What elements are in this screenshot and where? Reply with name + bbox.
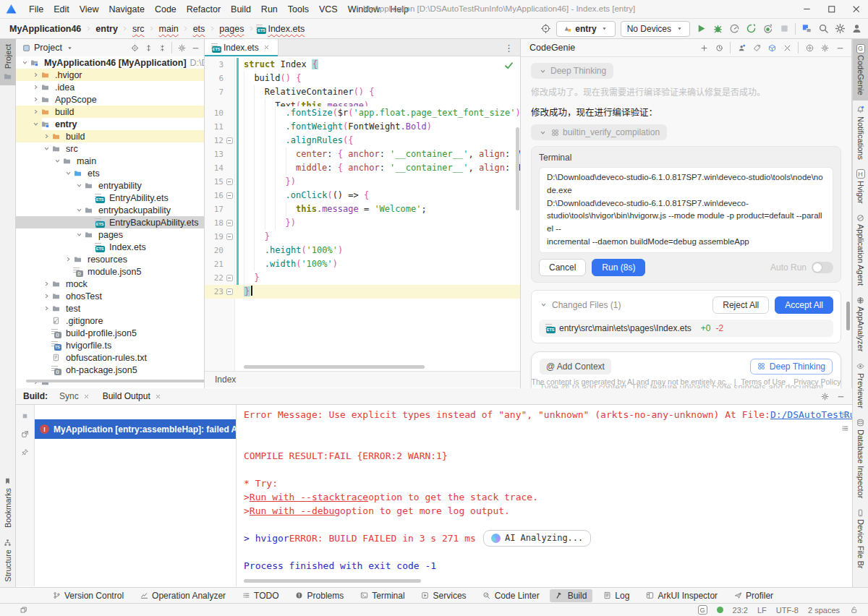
tree-item-obfuscation-rules-txt[interactable]: obfuscation-rules.txt — [16, 351, 204, 364]
tree-toggle[interactable] — [31, 95, 41, 104]
tree-toggle[interactable] — [75, 181, 84, 190]
tree-item-hvigorfile-ts[interactable]: TShvigorfile.ts — [16, 339, 204, 351]
line-number[interactable]: 11 — [205, 120, 224, 134]
code-line-22[interactable]: 22} — [205, 271, 520, 285]
line-number[interactable]: 19 — [205, 230, 224, 244]
tool-tab-appanalyzer[interactable]: AppAnalyzer — [853, 291, 868, 356]
tree-item-appscope[interactable]: AppScope — [16, 93, 204, 106]
user-icon[interactable] — [737, 43, 746, 52]
toolwindow-button-operation-analyzer[interactable]: Operation Analyzer — [134, 589, 231, 602]
minimize-window-button[interactable] — [794, 0, 819, 18]
settings-icon[interactable] — [820, 43, 829, 52]
line-number[interactable]: 15 — [205, 175, 224, 189]
editor-options-kebab-icon[interactable]: ⋮ — [498, 41, 520, 54]
play-icon[interactable] — [695, 23, 707, 35]
tool-tab-database-inspector[interactable]: Database Inspector — [853, 414, 868, 503]
breadcrumb-pages[interactable]: pages — [217, 23, 246, 35]
locate-icon[interactable] — [130, 43, 139, 52]
tree-item-test[interactable]: test — [16, 302, 204, 315]
tree-item-pages[interactable]: pages — [16, 228, 204, 241]
terms-of-use-link[interactable]: Terms of Use — [741, 377, 786, 386]
tree-toggle[interactable] — [75, 206, 84, 215]
toolwindow-button-todo[interactable]: TODO — [236, 589, 284, 602]
tag-icon[interactable] — [752, 43, 761, 52]
code-line-16[interactable]: 16.onClick(() => { — [205, 189, 520, 202]
tree-toggle[interactable] — [20, 59, 30, 67]
tree-toggle[interactable] — [31, 108, 41, 116]
history-icon[interactable] — [715, 43, 723, 52]
tab-close-icon[interactable] — [82, 392, 91, 401]
line-number[interactable]: 23 — [205, 285, 224, 299]
tree-item-module-json5[interactable]: {}module.json5 — [16, 265, 204, 278]
tool-tab-codegenie[interactable]: GCodeGenie — [853, 39, 868, 100]
toolwindow-button-log[interactable]: Log — [597, 589, 635, 602]
tree-item-build[interactable]: build — [16, 106, 204, 118]
code-line-14[interactable]: 14middle: { anchor: '__container__', ali… — [205, 161, 520, 175]
fold-icon[interactable] — [226, 137, 233, 144]
tool-tab-structure[interactable]: Structure — [0, 533, 16, 587]
menu-refactor[interactable]: Refactor — [182, 4, 226, 14]
tree-item-build[interactable]: build — [16, 130, 204, 142]
pin-icon[interactable] — [21, 448, 30, 456]
tree-toggle[interactable] — [42, 280, 51, 288]
code-editor[interactable]: 3struct Index {6build() {7RelativeContai… — [205, 56, 520, 371]
tree-toggle[interactable] — [31, 71, 41, 80]
menu-code[interactable]: Code — [150, 4, 182, 14]
chevron-down-icon[interactable] — [539, 301, 548, 309]
fold-icon[interactable] — [226, 220, 233, 226]
hide-icon[interactable] — [835, 43, 844, 52]
fold-icon[interactable] — [226, 234, 233, 240]
fold-icon[interactable] — [226, 288, 233, 295]
code-line-7[interactable]: 7RelativeContainer() { — [205, 85, 520, 99]
breadcrumb-ets[interactable]: ets — [191, 23, 208, 35]
tool-tab-project[interactable]: Project — [0, 39, 16, 85]
auto-run-toggle[interactable] — [812, 262, 833, 273]
collapse-all-icon[interactable] — [158, 43, 166, 52]
tree-toggle[interactable] — [64, 169, 73, 178]
add-context-chip[interactable]: @ Add Context — [540, 359, 611, 375]
tool-tab-bookmarks[interactable]: Bookmarks — [0, 471, 16, 533]
tree-item-resources[interactable]: resources — [16, 253, 204, 265]
toolwindow-button-version-control[interactable]: Version Control — [46, 589, 129, 602]
build-console[interactable]: Error Message: Use explicit types instea… — [237, 405, 852, 586]
code-line-3[interactable]: 3struct Index { — [205, 58, 520, 72]
menu-edit[interactable]: Edit — [48, 4, 75, 14]
line-number[interactable]: 13 — [205, 147, 224, 161]
git-badge[interactable]: G — [698, 605, 707, 615]
cube-icon[interactable] — [767, 43, 776, 52]
tree-item-idea[interactable]: .idea — [16, 81, 204, 93]
menu-run[interactable]: Run — [256, 4, 283, 14]
console-link[interactable]: Run with --debug — [250, 504, 340, 518]
settings-icon[interactable] — [834, 23, 846, 35]
menu-build[interactable]: Build — [226, 4, 256, 14]
debug-rerun-icon[interactable] — [762, 23, 773, 35]
search-icon[interactable] — [817, 23, 829, 35]
tree-item-mock[interactable]: mock — [16, 278, 204, 290]
tree-toggle[interactable] — [31, 120, 41, 129]
breadcrumb-src[interactable]: src — [130, 23, 147, 35]
status-lf[interactable]: LF — [757, 606, 767, 615]
privacy-policy-link[interactable]: Privacy Policy — [793, 377, 841, 386]
tree-toggle[interactable] — [53, 157, 62, 166]
tree-item-src[interactable]: src — [16, 142, 204, 155]
code-line-19[interactable]: 19} — [205, 230, 520, 244]
tree-item-oh-package-json5[interactable]: {}oh-package.json5 — [16, 364, 204, 376]
code-line-12[interactable]: 12.alignRules({ — [205, 134, 520, 147]
cancel-button[interactable]: Cancel — [539, 259, 586, 276]
fold-icon[interactable] — [226, 275, 233, 281]
deep-thinking-toggle-button[interactable]: Deep Thinking — [750, 359, 833, 375]
tree-item-entry[interactable]: entry — [16, 118, 204, 130]
line-number[interactable]: 3 — [205, 58, 224, 72]
line-number[interactable]: 17 — [205, 202, 224, 216]
ai-analyzing-button[interactable]: AI Analyzing... — [483, 530, 591, 547]
tree-item-entryability[interactable]: entryability — [16, 179, 204, 192]
tree-toggle[interactable] — [42, 132, 51, 141]
stop-small-icon[interactable] — [21, 411, 30, 420]
build-tab-build-output[interactable]: Build Output — [103, 391, 163, 401]
run-button[interactable]: Run (8s) — [592, 259, 645, 276]
tool-tab-hvigor[interactable]: HHvigor — [853, 165, 868, 209]
line-number[interactable]: 12 — [205, 134, 224, 147]
tree-item-entrybackupability[interactable]: entrybackupability — [16, 204, 204, 216]
settings-icon[interactable] — [177, 43, 186, 52]
tool-tab-application-agent[interactable]: Application Agent — [853, 208, 868, 291]
